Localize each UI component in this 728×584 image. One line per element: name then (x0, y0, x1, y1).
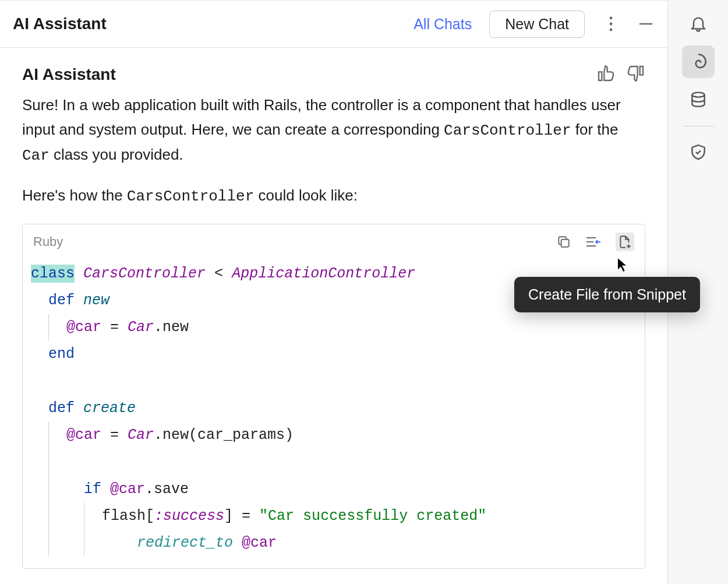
code-block-header: Ruby (23, 224, 645, 255)
inline-code: Car (22, 147, 50, 164)
tok: Car (128, 427, 154, 444)
tok: ] = (224, 508, 259, 525)
tok: .new (154, 319, 189, 336)
svg-point-1 (610, 23, 613, 26)
tooltip-create-file: Create File from Snippet (514, 277, 700, 312)
tok: def (48, 292, 75, 309)
tok: end (48, 346, 75, 363)
ai-assistant-icon[interactable] (682, 45, 715, 78)
more-options-icon[interactable] (602, 15, 620, 33)
copy-icon[interactable] (556, 234, 571, 249)
all-chats-link[interactable]: All Chats (414, 16, 472, 33)
text: class you provided. (50, 146, 183, 163)
tok: ApplicationController (232, 265, 415, 282)
inline-code: CarsController (444, 122, 571, 139)
code-language-label: Ruby (33, 231, 63, 252)
svg-rect-4 (561, 240, 569, 247)
tok: @car (110, 481, 145, 498)
message-paragraph-1: Sure! In a web application built with Ra… (22, 93, 645, 168)
create-file-icon[interactable] (616, 233, 634, 251)
tok: def (48, 400, 75, 417)
code-actions (556, 233, 634, 251)
svg-point-0 (610, 17, 613, 20)
code-block: Ruby class CarsControl (22, 224, 645, 569)
toolbar-divider (683, 126, 714, 126)
message-body: Sure! In a web application built with Ra… (22, 93, 645, 569)
new-chat-button[interactable]: New Chat (489, 10, 585, 38)
tok: :success (154, 508, 224, 525)
text: for the (571, 121, 619, 138)
feedback-buttons (596, 64, 645, 85)
tok: Car (128, 319, 154, 336)
tok: class (31, 265, 75, 283)
message-paragraph-2: Here's how the CarsController could look… (22, 184, 645, 209)
tok: if (84, 481, 101, 498)
tok: flash[ (102, 508, 154, 525)
tok: < (214, 265, 223, 282)
tok: = (101, 319, 128, 336)
minimize-icon[interactable] (637, 15, 655, 33)
tok: @car (66, 319, 101, 336)
notifications-icon[interactable] (682, 7, 715, 40)
tok: new (83, 292, 109, 309)
panel-header: AI Assistant All Chats New Chat (0, 0, 667, 48)
text: could look like: (254, 187, 358, 204)
svg-point-2 (610, 29, 613, 31)
tok: = (101, 427, 128, 444)
database-icon[interactable] (682, 84, 715, 117)
tok: .new(car_params) (154, 427, 294, 444)
message-author: AI Assistant (22, 65, 116, 84)
tok: .save (145, 481, 189, 498)
tok: redirect_to (137, 534, 233, 551)
header-actions: All Chats New Chat (414, 10, 655, 38)
thumbs-up-icon[interactable] (596, 64, 615, 85)
shield-check-icon[interactable] (682, 136, 715, 168)
thumbs-down-icon[interactable] (627, 64, 645, 85)
tok: CarsController (83, 265, 206, 282)
insert-at-caret-icon[interactable] (585, 234, 602, 249)
text: Here's how the (22, 187, 127, 204)
panel-title: AI Assistant (13, 15, 107, 33)
message-header: AI Assistant (22, 64, 645, 85)
tok: @car (242, 534, 277, 551)
tok: @car (66, 427, 101, 444)
tok: create (83, 400, 136, 417)
svg-point-8 (692, 93, 704, 97)
tok: "Car successfully created" (259, 508, 486, 525)
inline-code: CarsController (127, 188, 254, 205)
mouse-cursor (616, 256, 629, 277)
